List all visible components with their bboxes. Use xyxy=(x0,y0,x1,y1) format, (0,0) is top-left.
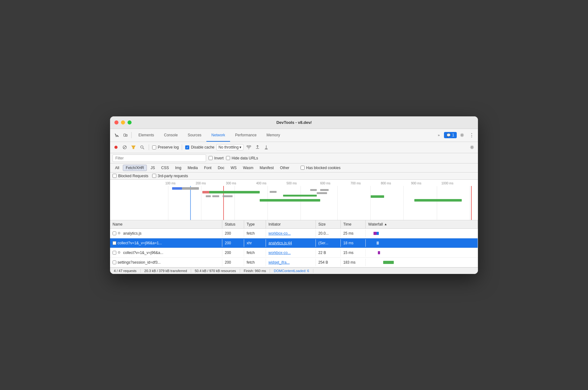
tick-600ms: 600 ms xyxy=(320,182,330,185)
row4-status: 200 xyxy=(222,259,244,266)
row2-waterfall xyxy=(366,238,478,248)
row1-type: fetch xyxy=(244,230,266,237)
wf-bar-900-green xyxy=(414,199,461,202)
network-toolbar: Preserve log ✓ Disable cache No throttli… xyxy=(110,142,478,153)
status-bar: 4 / 47 requests 20.3 kB / 379 kB transfe… xyxy=(110,267,478,274)
third-party-checkbox[interactable] xyxy=(152,174,156,178)
tick-300ms: 300 ms xyxy=(226,182,236,185)
svg-point-9 xyxy=(471,147,473,148)
network-settings-icon[interactable] xyxy=(469,144,475,151)
settings-icon[interactable] xyxy=(458,131,466,139)
svg-point-2 xyxy=(461,134,463,136)
th-name[interactable]: Name xyxy=(110,220,222,228)
wf-bar-2a xyxy=(202,191,209,193)
tab-performance[interactable]: Performance xyxy=(230,129,262,142)
blocked-bar: Blocked Requests 3rd-party requests xyxy=(110,173,478,180)
blocked-requests-label[interactable]: Blocked Requests xyxy=(113,174,148,178)
type-btn-doc[interactable]: Doc xyxy=(215,165,227,171)
more-tabs-icon[interactable]: » xyxy=(435,131,443,139)
toggle-device-icon[interactable] xyxy=(121,131,129,139)
type-btn-other[interactable]: Other xyxy=(277,165,292,171)
resources-size: 50.4 kB / 970 kB resources xyxy=(191,269,240,273)
row2-checkbox[interactable] xyxy=(113,241,116,245)
wf-bar-3b xyxy=(212,195,219,197)
svg-rect-1 xyxy=(126,134,127,136)
has-blocked-cookies-label[interactable]: Has blocked cookies xyxy=(301,166,340,170)
record-icon[interactable] xyxy=(113,144,119,151)
type-btn-ws[interactable]: WS xyxy=(228,165,239,171)
table-row[interactable]: ⚙ analytics.js 200 fetch workbox-co... 2… xyxy=(110,229,478,238)
type-btn-fetch-xhr[interactable]: Fetch/XHR xyxy=(123,165,147,171)
th-size[interactable]: Size xyxy=(316,220,341,228)
close-button[interactable] xyxy=(114,120,118,124)
th-waterfall[interactable]: Waterfall ▲ xyxy=(366,220,478,228)
console-badge-button[interactable]: 💬 1 xyxy=(444,132,457,138)
tab-bar: Elements Console Sources Network Perform… xyxy=(133,129,434,142)
row1-time: 25 ms xyxy=(341,230,366,237)
clear-icon[interactable] xyxy=(121,144,128,151)
row4-size: 254 B xyxy=(316,259,341,266)
dom-content-loaded[interactable]: DOMContentLoaded: 6 xyxy=(270,269,313,273)
type-btn-media[interactable]: Media xyxy=(185,165,200,171)
type-btn-font[interactable]: Font xyxy=(201,165,214,171)
tab-elements[interactable]: Elements xyxy=(133,129,159,142)
wifi-icon[interactable] xyxy=(245,144,252,151)
wf-bar-3c xyxy=(223,195,233,197)
row4-name: settings?session_id=df3... xyxy=(110,259,222,266)
third-party-label[interactable]: 3rd-party requests xyxy=(152,174,188,178)
row3-checkbox[interactable] xyxy=(113,251,116,255)
th-initiator[interactable]: Initiator xyxy=(266,220,316,228)
download-icon[interactable] xyxy=(263,144,270,151)
table-row[interactable]: settings?session_id=df3... 200 fetch wid… xyxy=(110,258,478,267)
throttle-select[interactable]: No throttling ▾ xyxy=(216,144,244,150)
type-btn-css[interactable]: CSS xyxy=(159,165,171,171)
type-btn-manifest[interactable]: Manifest xyxy=(257,165,276,171)
table-row[interactable]: ⚙ collect?v=1&_v=j96&a... 200 fetch work… xyxy=(110,248,478,258)
title-bar: DevTools - v8.dev/ xyxy=(110,116,478,129)
invert-checkbox[interactable] xyxy=(209,156,213,160)
preserve-log-checkbox[interactable] xyxy=(152,145,156,149)
minimize-button[interactable] xyxy=(121,120,125,124)
has-blocked-cookies-checkbox[interactable] xyxy=(301,166,305,170)
row1-waterfall xyxy=(366,229,478,238)
search-icon[interactable] xyxy=(139,144,146,151)
wf-bar-800 xyxy=(371,195,384,198)
finish-time: Finish: 960 ms xyxy=(240,269,270,273)
wf-bar-5b xyxy=(283,195,317,197)
transferred-size: 20.3 kB / 379 kB transferred xyxy=(141,269,191,273)
row1-checkbox[interactable] xyxy=(113,232,116,235)
filter-icon[interactable] xyxy=(130,144,137,151)
tick-1000ms: 1000 ms xyxy=(441,182,453,185)
table-row[interactable]: collect?v=1&_v=j96&a=1... 200 xhr analyt… xyxy=(110,238,478,248)
row3-initiator: workbox-co... xyxy=(266,249,316,256)
tab-network[interactable]: Network xyxy=(206,129,230,142)
type-btn-img[interactable]: Img xyxy=(173,165,184,171)
blocked-requests-checkbox[interactable] xyxy=(113,174,117,178)
table-body: ⚙ analytics.js 200 fetch workbox-co... 2… xyxy=(110,229,478,267)
waterfall-bars-area xyxy=(135,187,472,220)
tab-console[interactable]: Console xyxy=(159,129,183,142)
row4-checkbox[interactable] xyxy=(113,261,116,264)
hide-data-urls-checkbox[interactable] xyxy=(226,156,230,160)
th-time[interactable]: Time xyxy=(341,220,366,228)
inspect-icon[interactable] xyxy=(113,131,121,139)
preserve-log-checkbox-label[interactable]: Preserve log xyxy=(152,145,179,149)
upload-icon[interactable] xyxy=(254,144,261,151)
type-btn-js[interactable]: JS xyxy=(148,165,157,171)
row3-settings-icon: ⚙ xyxy=(118,251,121,255)
more-options-icon[interactable]: ⋮ xyxy=(467,131,475,139)
th-type[interactable]: Type xyxy=(244,220,266,228)
th-status[interactable]: Status xyxy=(222,220,244,228)
type-btn-all[interactable]: All xyxy=(113,165,122,171)
row4-type: fetch xyxy=(244,259,266,266)
disable-cache-checkbox-label[interactable]: ✓ Disable cache xyxy=(185,145,214,149)
invert-checkbox-label[interactable]: Invert xyxy=(209,156,224,160)
svg-point-3 xyxy=(114,146,118,149)
type-btn-wasm[interactable]: Wasm xyxy=(240,165,256,171)
hide-data-urls-checkbox-label[interactable]: Hide data URLs xyxy=(226,156,258,160)
tab-sources[interactable]: Sources xyxy=(183,129,206,142)
devtools-window: DevTools - v8.dev/ Elements Console Sour… xyxy=(110,116,478,274)
filter-input[interactable] xyxy=(113,154,206,162)
tab-memory[interactable]: Memory xyxy=(262,129,285,142)
maximize-button[interactable] xyxy=(128,120,132,124)
